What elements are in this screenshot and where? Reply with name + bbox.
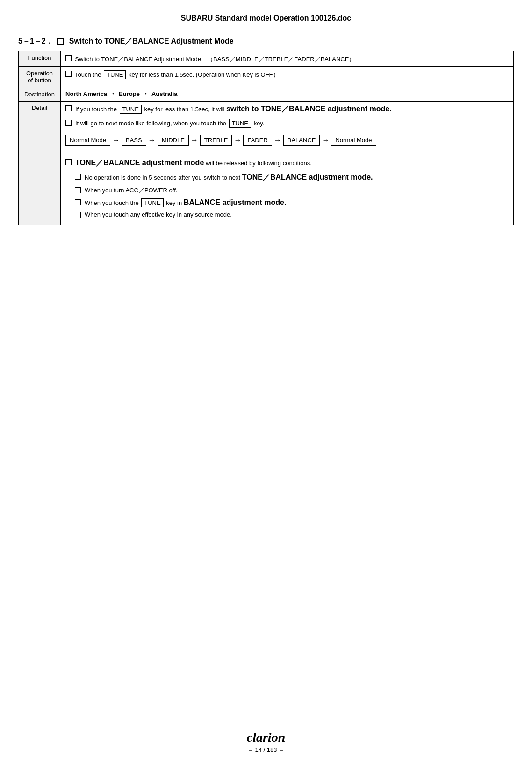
function-label: Function xyxy=(19,51,61,67)
function-checkbox xyxy=(65,55,72,61)
flow-bass: BASS xyxy=(122,135,146,146)
flow-arrow-1: → xyxy=(112,136,120,145)
sub-text-3: When you touch the TUNE key in BALANCE a… xyxy=(85,198,286,207)
tune-btn-operation: TUNE xyxy=(104,70,126,79)
footer-page: － 14 / 183 － xyxy=(0,746,532,754)
flow-arrow-3: → xyxy=(191,136,198,145)
detail-item-2: It will go to next mode like following, … xyxy=(65,119,509,128)
detail-text-1: If you touch the TUNE key for less than … xyxy=(75,104,392,114)
flow-treble: TREBLE xyxy=(200,135,232,146)
tune-btn-3: TUNE xyxy=(141,198,163,207)
detail-item-1: If you touch the TUNE key for less than … xyxy=(65,104,509,114)
tune-btn-1: TUNE xyxy=(120,105,142,114)
sub-item-1: No operation is done in 5 seconds after … xyxy=(75,173,509,182)
flow-arrow-2: → xyxy=(148,136,156,145)
footer-brand: clarion xyxy=(0,730,532,745)
sub-checkbox-3 xyxy=(75,199,81,205)
detail-checkbox-1 xyxy=(65,105,72,111)
operation-content: Touch the TUNE key for less than 1.5sec.… xyxy=(61,67,514,87)
operation-row: Operationof button Touch the TUNE key fo… xyxy=(19,67,514,87)
flow-middle: MIDDLE xyxy=(158,135,189,146)
operation-checkbox xyxy=(65,71,72,77)
sub-checkbox-4 xyxy=(75,212,81,218)
main-table: Function Switch to TONE／BALANCE Adjustme… xyxy=(18,51,514,225)
destination-text: North America・Europe・Australia xyxy=(65,90,178,97)
sub-checkbox-1 xyxy=(75,174,81,180)
tone-balance-bold: TONE／BALANCE adjustment mode xyxy=(75,159,204,167)
footer: clarion － 14 / 183 － xyxy=(0,730,532,754)
detail-checkbox-2 xyxy=(65,120,72,126)
balance-adjust-text: BALANCE adjustment mode. xyxy=(184,198,287,206)
section-number: 5－1－2． xyxy=(18,36,53,46)
sub-text-2: When you turn ACC／POWER off. xyxy=(85,186,177,195)
detail-row: Detail If you touch the TUNE key for les… xyxy=(19,102,514,225)
detail-item-3: TONE／BALANCE adjustment mode will be rel… xyxy=(65,158,509,168)
detail-content: If you touch the TUNE key for less than … xyxy=(61,102,514,225)
operation-text1: Touch the xyxy=(75,71,101,78)
section-title: Switch to TONE／BALANCE Adjustment Mode xyxy=(69,36,234,46)
spacer xyxy=(65,153,509,158)
destination-content: North America・Europe・Australia xyxy=(61,87,514,102)
flow-arrow-5: → xyxy=(274,136,281,145)
flow-normal-mode-1: Normal Mode xyxy=(65,135,110,146)
operation-text2: key for less than 1.5sec. (Operation whe… xyxy=(129,71,279,78)
flow-balance: BALANCE xyxy=(283,135,320,146)
flow-arrow-6: → xyxy=(322,136,329,145)
function-content: Switch to TONE／BALANCE Adjustment Mode （… xyxy=(61,51,514,67)
destination-label: Destination xyxy=(19,87,61,102)
section-header: 5－1－2． Switch to TONE／BALANCE Adjustment… xyxy=(18,36,514,46)
sub-text-4: When you touch any effective key in any … xyxy=(85,211,232,218)
sub-text-1: No operation is done in 5 seconds after … xyxy=(85,173,373,182)
sub-item-4: When you touch any effective key in any … xyxy=(75,211,509,218)
section-checkbox xyxy=(57,38,64,45)
sub-item-3: When you touch the TUNE key in BALANCE a… xyxy=(75,198,509,207)
detail-text-3: TONE／BALANCE adjustment mode will be rel… xyxy=(75,158,312,168)
flow-arrow-4: → xyxy=(234,136,241,145)
operation-label: Operationof button xyxy=(19,67,61,87)
detail-text-2: It will go to next mode like following, … xyxy=(75,119,265,128)
function-text: Switch to TONE／BALANCE Adjustment Mode （… xyxy=(75,56,355,63)
doc-title: SUBARU Standard model Operation 100126.d… xyxy=(18,14,514,22)
sub-checkbox-2 xyxy=(75,187,81,193)
released-text: will be released by following conditions… xyxy=(206,160,312,167)
sub-tone-balance-1: TONE／BALANCE adjustment mode. xyxy=(242,173,373,181)
flow-diagram: Normal Mode → BASS → MIDDLE → TREBLE → F… xyxy=(65,135,509,146)
switch-text: switch to TONE／BALANCE adjustment mode. xyxy=(226,105,392,113)
detail-label: Detail xyxy=(19,102,61,225)
flow-fader: FADER xyxy=(243,135,272,146)
detail-checkbox-3 xyxy=(65,159,72,165)
destination-row: Destination North America・Europe・Austral… xyxy=(19,87,514,102)
flow-normal-mode-2: Normal Mode xyxy=(331,135,376,146)
tune-btn-2: TUNE xyxy=(229,119,251,128)
function-row: Function Switch to TONE／BALANCE Adjustme… xyxy=(19,51,514,67)
sub-item-2: When you turn ACC／POWER off. xyxy=(75,186,509,195)
